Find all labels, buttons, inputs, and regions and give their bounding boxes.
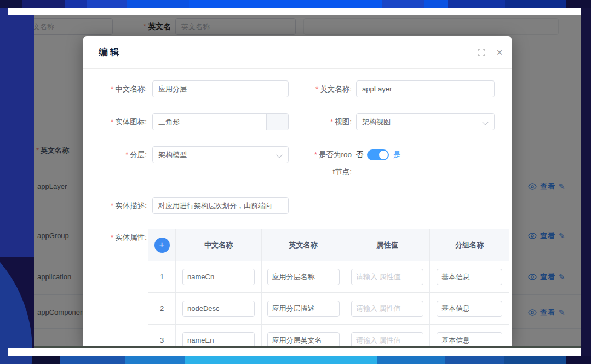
frame-band bbox=[445, 356, 504, 364]
toggle-knob bbox=[379, 151, 388, 159]
col-header-attr-value: 属性值 bbox=[345, 229, 430, 261]
layer-label: 分层: bbox=[94, 146, 147, 163]
frame-band bbox=[424, 0, 448, 8]
frame-band bbox=[87, 0, 127, 8]
frame-band bbox=[377, 356, 445, 364]
attribute-table-header: + 中文名称 英文名称 属性值 分组名称 bbox=[148, 229, 509, 261]
close-icon[interactable]: × bbox=[494, 45, 505, 60]
frame-right bbox=[581, 8, 591, 356]
entity-icon-label: 实体图标: bbox=[94, 113, 147, 130]
frame-band bbox=[382, 0, 424, 8]
frame-band bbox=[125, 356, 185, 364]
frame-band bbox=[65, 0, 87, 8]
attr-value-input[interactable] bbox=[351, 269, 423, 285]
layer-select[interactable]: 架构模型 bbox=[152, 146, 289, 163]
entity-desc-label: 实体描述: bbox=[94, 197, 147, 214]
entity-icon-input[interactable]: 三角形 bbox=[152, 113, 289, 130]
root-toggle[interactable] bbox=[367, 149, 389, 160]
frame-band bbox=[566, 0, 591, 8]
frame-band bbox=[22, 0, 65, 8]
entity-icon-value: 三角形 bbox=[158, 114, 180, 130]
frame-band bbox=[505, 0, 566, 8]
col-header-cn-name: 中文名称 bbox=[176, 229, 262, 261]
root-label-line1: 是否为roo bbox=[299, 146, 352, 163]
col-header-group-name: 分组名称 bbox=[430, 229, 509, 261]
screenshot-frame: 中文名称 英文名 英文名称 英文名称 appLayer appGroup app… bbox=[0, 0, 591, 364]
attr-value-input[interactable] bbox=[351, 332, 423, 346]
attribute-row: 1 bbox=[148, 261, 509, 293]
page-bottom-edge bbox=[34, 346, 581, 348]
page-margin-top bbox=[8, 8, 581, 15]
cn-name-input[interactable] bbox=[152, 80, 289, 97]
attr-group-input[interactable] bbox=[437, 332, 502, 346]
attr-en-input[interactable] bbox=[267, 332, 340, 346]
fullscreen-icon[interactable] bbox=[478, 49, 485, 56]
icon-picker-button[interactable] bbox=[266, 114, 288, 130]
frame-left bbox=[0, 8, 34, 257]
attr-en-input[interactable] bbox=[267, 269, 340, 285]
frame-band bbox=[0, 0, 22, 8]
row-index: 3 bbox=[148, 325, 176, 346]
frame-band bbox=[566, 356, 591, 364]
chevron-down-icon bbox=[276, 152, 282, 158]
entity-desc-input[interactable] bbox=[152, 197, 289, 214]
attr-cn-input[interactable] bbox=[182, 301, 255, 317]
view-select[interactable]: 架构视图 bbox=[356, 113, 495, 130]
attr-group-input[interactable] bbox=[437, 269, 502, 285]
page-margin-bottom bbox=[8, 348, 581, 356]
attr-cn-input[interactable] bbox=[182, 332, 255, 346]
attribute-row: 2 bbox=[148, 293, 509, 325]
add-attribute-button[interactable]: + bbox=[154, 238, 170, 253]
attribute-row: 3 bbox=[148, 325, 509, 346]
row-index: 1 bbox=[148, 261, 176, 292]
view-select-value: 架构视图 bbox=[362, 118, 391, 126]
toggle-on-text: 是 bbox=[393, 146, 401, 163]
app-page: 中文名称 英文名 英文名称 英文名称 appLayer appGroup app… bbox=[34, 15, 581, 346]
en-name-input[interactable] bbox=[356, 80, 495, 97]
edit-dialog: 编辑 × 中文名称: 英文名称: 实体图标: 三角形 视图: 架构视图 bbox=[83, 36, 512, 346]
layer-select-value: 架构模型 bbox=[158, 151, 187, 159]
header-divider bbox=[83, 68, 512, 69]
en-name-label: 英文名称: bbox=[299, 80, 352, 97]
frame-band bbox=[185, 356, 377, 364]
frame-band bbox=[504, 356, 566, 364]
chevron-down-icon bbox=[482, 119, 488, 125]
frame-band bbox=[189, 0, 382, 8]
attr-value-input[interactable] bbox=[351, 301, 423, 317]
attr-en-input[interactable] bbox=[267, 301, 340, 317]
col-header-en-name: 英文名称 bbox=[262, 229, 345, 261]
toggle-off-text: 否 bbox=[356, 146, 364, 163]
dialog-title: 编辑 bbox=[99, 36, 122, 69]
root-label-line2: t节点: bbox=[299, 163, 352, 180]
view-label: 视图: bbox=[299, 113, 352, 130]
cn-name-label: 中文名称: bbox=[94, 80, 147, 97]
frame-band bbox=[127, 0, 189, 8]
frame-band bbox=[60, 356, 125, 364]
row-index: 2 bbox=[148, 293, 176, 324]
attribute-table: + 中文名称 英文名称 属性值 分组名称 1 2 bbox=[148, 229, 509, 346]
attr-group-input[interactable] bbox=[437, 301, 502, 317]
frame-band bbox=[448, 0, 505, 8]
entity-attrs-label: 实体属性: bbox=[94, 229, 147, 246]
attr-cn-input[interactable] bbox=[182, 269, 255, 285]
